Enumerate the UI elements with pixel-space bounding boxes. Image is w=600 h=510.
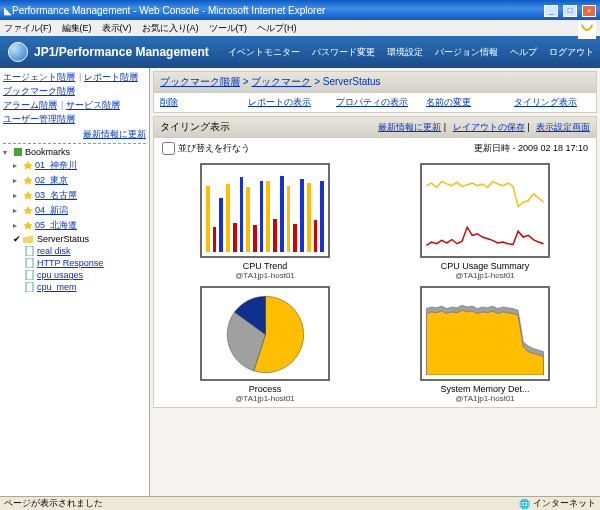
chart-cpu-trend[interactable]: CPU Trend @TA1jp1-host01 [173, 163, 358, 280]
window-title: Performance Management - Web Console - M… [12, 5, 542, 16]
nav-env[interactable]: 環境設定 [381, 42, 429, 63]
bookmark-tree: ▾Bookmarks ▸01_神奈川▸02_東京▸03_名古屋▸04_新潟▸05… [3, 146, 146, 293]
tree-folder[interactable]: ▸04_新潟 [3, 203, 146, 218]
menu-file[interactable]: ファイル(F) [4, 22, 52, 35]
ie-menubar: ファイル(F) 編集(E) 表示(V) お気に入り(A) ツール(T) ヘルプ(… [0, 20, 600, 36]
sidebar-refresh[interactable]: 最新情報に更新 [83, 129, 146, 139]
tree-folder[interactable]: ▸01_神奈川 [3, 158, 146, 173]
close-button[interactable]: × [582, 5, 596, 17]
act-rename[interactable]: 名前の変更 [426, 96, 496, 109]
act-delete[interactable]: 削除 [160, 96, 230, 109]
svg-rect-3 [26, 258, 33, 268]
tree-folder[interactable]: ▸05_北海道 [3, 218, 146, 233]
sort-checkbox[interactable] [162, 142, 175, 155]
chart-grid: CPU Trend @TA1jp1-host01 CPU Usage Summa… [154, 159, 596, 407]
check-icon: ✔ [13, 234, 21, 244]
chart-cpu-usage[interactable]: CPU Usage Summary @TA1jp1-host01 [393, 163, 578, 280]
breadcrumb: ブックマーク階層 > ブックマーク > ServerStatus [154, 72, 596, 93]
statusbar: ページが表示されました 🌐インターネット [0, 496, 600, 510]
breadcrumb-panel: ブックマーク階層 > ブックマーク > ServerStatus 削除 レポート… [153, 71, 597, 113]
tiling-title: タイリング表示 [160, 120, 230, 134]
svg-rect-5 [26, 282, 33, 292]
nav-help[interactable]: ヘルプ [504, 42, 543, 63]
page-icon [25, 246, 35, 256]
page-icon [25, 258, 35, 268]
act-prop[interactable]: プロパティの表示 [336, 96, 408, 109]
menu-help[interactable]: ヘルプ(H) [257, 22, 297, 35]
menu-edit[interactable]: 編集(E) [62, 22, 92, 35]
window-controls: _ □ × [542, 4, 596, 17]
action-links: 削除 レポートの表示 プロパティの表示 名前の変更 タイリング表示 [154, 93, 596, 112]
act-report[interactable]: レポートの表示 [248, 96, 318, 109]
tl-settings[interactable]: 表示設定画面 [536, 122, 590, 132]
act-tiling[interactable]: タイリング表示 [514, 96, 584, 109]
tl-refresh[interactable]: 最新情報に更新 [378, 122, 441, 132]
star-icon [23, 221, 33, 231]
nav-logout[interactable]: ログアウト [543, 42, 600, 63]
sidebar: エージェント階層| レポート階層 ブックマーク階層 アラーム階層| サービス階層… [0, 68, 150, 496]
chart-process[interactable]: Process @TA1jp1-host01 [173, 286, 358, 403]
menu-fav[interactable]: お気に入り(A) [142, 22, 199, 35]
tab-bookmark[interactable]: ブックマーク階層 [3, 86, 75, 96]
menu-view[interactable]: 表示(V) [102, 22, 132, 35]
menu-tools[interactable]: ツール(T) [209, 22, 248, 35]
minimize-button[interactable]: _ [544, 5, 558, 17]
brand: JP1/Performance Management [0, 42, 217, 62]
star-icon [23, 176, 33, 186]
tree-selected[interactable]: ✔ServerStatus [3, 233, 146, 245]
internet-icon: 🌐 [519, 499, 530, 509]
maximize-button[interactable]: □ [563, 5, 577, 17]
tree-leaf[interactable]: real disk [3, 245, 146, 257]
tl-save[interactable]: レイアウトの保存 [453, 122, 525, 132]
window-titlebar: ◣ Performance Management - Web Console -… [0, 0, 600, 20]
app-icon: ◣ [4, 5, 12, 16]
ie-logo-icon [578, 21, 596, 35]
tiling-panel: タイリング表示 最新情報に更新 | レイアウトの保存 | 表示設定画面 並び替え… [153, 116, 597, 408]
sort-label: 並び替えを行なう [178, 142, 250, 155]
tree-root[interactable]: ▾Bookmarks [3, 146, 146, 158]
tree-leaf[interactable]: HTTP Response [3, 257, 146, 269]
app-header: JP1/Performance Management イベントモニター パスワー… [0, 36, 600, 68]
main-area: ブックマーク階層 > ブックマーク > ServerStatus 削除 レポート… [150, 68, 600, 496]
chart-memory[interactable]: System Memory Det... @TA1jp1-host01 [393, 286, 578, 403]
tab-alarm[interactable]: アラーム階層 [3, 100, 57, 110]
app-title: JP1/Performance Management [34, 45, 209, 59]
tree-folder[interactable]: ▸02_東京 [3, 173, 146, 188]
tree-folder[interactable]: ▸03_名古屋 [3, 188, 146, 203]
tree-leaf[interactable]: cpu_mem [3, 281, 146, 293]
svg-rect-1 [14, 148, 22, 156]
star-icon [23, 191, 33, 201]
tab-agent[interactable]: エージェント階層 [3, 72, 75, 82]
status-text: ページが表示されました [4, 497, 103, 510]
tree-leaf[interactable]: cpu usages [3, 269, 146, 281]
nav-version[interactable]: バージョン情報 [429, 42, 504, 63]
globe-icon [8, 42, 28, 62]
top-nav: イベントモニター パスワード変更 環境設定 バージョン情報 ヘルプ ログアウト [222, 42, 600, 63]
nav-password[interactable]: パスワード変更 [306, 42, 381, 63]
star-icon [23, 161, 33, 171]
zone-text: インターネット [533, 497, 596, 510]
page-icon [25, 270, 35, 280]
folder-open-icon [23, 234, 33, 244]
svg-rect-4 [26, 270, 33, 280]
book-icon [13, 147, 23, 157]
svg-rect-2 [26, 246, 33, 256]
timestamp: 更新日時 - 2009 02 18 17:10 [474, 142, 588, 155]
tab-report[interactable]: レポート階層 [84, 72, 138, 82]
tab-user[interactable]: ユーザー管理階層 [3, 114, 75, 124]
page-icon [25, 282, 35, 292]
tab-service[interactable]: サービス階層 [66, 100, 120, 110]
nav-event[interactable]: イベントモニター [222, 42, 306, 63]
star-icon [23, 206, 33, 216]
